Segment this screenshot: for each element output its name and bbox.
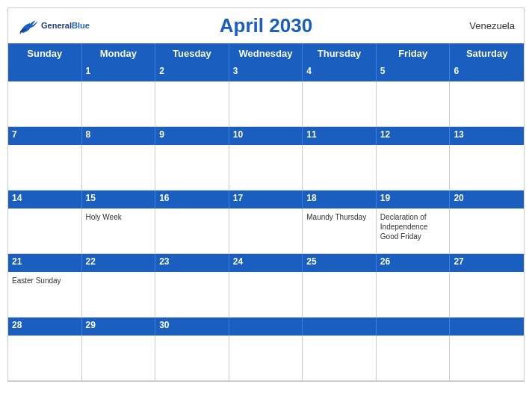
week-4-day-content-4	[303, 336, 377, 380]
logo-text: GeneralBlue	[41, 21, 90, 30]
day-header-friday: Friday	[377, 43, 451, 64]
week-3-day-content-1	[82, 272, 156, 317]
week-4-day-num-6	[450, 318, 524, 336]
day-headers-row: SundayMondayTuesdayWednesdayThursdayFrid…	[8, 43, 524, 64]
week-0-day-num-2: 2	[155, 64, 229, 81]
week-4-day-content-2	[155, 336, 229, 380]
week-2-day-content-5: Declaration of Independence Good Friday	[377, 208, 451, 253]
week-3-day-content-3	[229, 272, 303, 317]
week-2-day-num-4: 18	[303, 191, 377, 208]
week-4-day-num-0: 28	[8, 318, 82, 336]
week-header-row-3: 21222324252627	[8, 254, 524, 272]
logo: GeneralBlue	[17, 18, 90, 34]
day-header-wednesday: Wednesday	[229, 43, 303, 64]
week-4-day-num-2: 30	[155, 318, 229, 336]
week-1-day-num-3: 10	[229, 127, 303, 145]
country-label: Venezuela	[469, 20, 515, 31]
week-0-day-num-3: 3	[229, 64, 303, 81]
week-2-day-num-2: 16	[155, 191, 229, 208]
week-2-day-content-1: Holy Week	[82, 208, 156, 253]
week-3-day-content-4	[303, 272, 377, 317]
week-1-day-content-2	[155, 145, 229, 190]
week-3-day-num-6: 27	[450, 254, 524, 272]
week-1-day-content-0	[8, 145, 82, 190]
week-3-day-num-1: 22	[82, 254, 156, 272]
week-1-day-content-1	[82, 145, 156, 190]
week-header-row-1: 78910111213	[8, 127, 524, 145]
week-3-day-content-5	[377, 272, 451, 317]
week-2-day-content-4: Maundy Thursday	[303, 208, 377, 253]
calendar-header: GeneralBlue April 2030 Venezuela	[8, 8, 524, 43]
week-3-day-content-6	[450, 272, 524, 317]
week-4-day-content-1	[82, 336, 156, 380]
week-1-day-content-5	[377, 145, 451, 190]
week-header-row-4: 282930	[8, 318, 524, 336]
week-2-day-content-2	[155, 208, 229, 253]
week-0-day-num-6: 6	[450, 64, 524, 81]
week-2-day-content-3	[229, 208, 303, 253]
week-4-day-content-3	[229, 336, 303, 380]
week-1-day-content-6	[450, 145, 524, 190]
week-3-day-num-0: 21	[8, 254, 82, 272]
week-1-day-num-5: 12	[377, 127, 451, 145]
day-header-tuesday: Tuesday	[155, 43, 229, 64]
week-1-day-content-4	[303, 145, 377, 190]
week-1-day-num-1: 8	[82, 127, 156, 145]
calendar-title: April 2030	[220, 14, 312, 37]
week-1-day-num-6: 13	[450, 127, 524, 145]
event-text: Maundy Thursday	[306, 212, 372, 222]
week-2-day-num-3: 17	[229, 191, 303, 208]
week-2-day-content-6	[450, 208, 524, 253]
week-header-row-0: 123456	[8, 64, 524, 81]
week-1-day-num-0: 7	[8, 127, 82, 145]
week-2-day-content-0	[8, 208, 82, 253]
week-0-day-num-4: 4	[303, 64, 377, 81]
week-0-day-content-1	[82, 81, 156, 126]
week-content-row-2: Holy WeekMaundy ThursdayDeclaration of I…	[8, 208, 524, 254]
week-0-day-content-4	[303, 81, 377, 126]
logo-bird-icon	[17, 18, 38, 34]
week-2-day-num-6: 20	[450, 191, 524, 208]
week-4-day-num-1: 29	[82, 318, 156, 336]
week-3-day-num-4: 25	[303, 254, 377, 272]
week-4-day-num-5	[377, 318, 451, 336]
week-1-day-num-2: 9	[155, 127, 229, 145]
week-2-day-num-0: 14	[8, 191, 82, 208]
week-2-day-num-1: 15	[82, 191, 156, 208]
week-content-row-4	[8, 336, 524, 381]
week-4-day-num-3	[229, 318, 303, 336]
week-2-day-num-5: 19	[377, 191, 451, 208]
week-3-day-num-2: 23	[155, 254, 229, 272]
week-0-day-content-3	[229, 81, 303, 126]
day-header-thursday: Thursday	[303, 43, 377, 64]
week-0-day-content-5	[377, 81, 451, 126]
week-0-day-content-6	[450, 81, 524, 126]
calendar-weeks: 1234567891011121314151617181920Holy Week…	[8, 64, 524, 381]
week-3-day-content-0: Easter Sunday	[8, 272, 82, 317]
event-text: Declaration of Independence Good Friday	[380, 212, 446, 241]
event-text: Easter Sunday	[12, 276, 78, 285]
week-3-day-num-5: 26	[377, 254, 451, 272]
week-3-day-content-2	[155, 272, 229, 317]
week-0-day-content-0	[8, 81, 82, 126]
week-3-day-num-3: 24	[229, 254, 303, 272]
day-header-saturday: Saturday	[450, 43, 524, 64]
week-content-row-1	[8, 145, 524, 191]
week-4-day-content-5	[377, 336, 451, 380]
week-0-day-content-2	[155, 81, 229, 126]
week-content-row-0	[8, 81, 524, 127]
week-4-day-content-0	[8, 336, 82, 380]
day-header-sunday: Sunday	[8, 43, 82, 64]
week-0-day-num-1: 1	[82, 64, 156, 81]
day-header-monday: Monday	[82, 43, 156, 64]
event-text: Holy Week	[86, 212, 152, 222]
week-4-day-num-4	[303, 318, 377, 336]
week-0-day-num-0	[8, 64, 82, 81]
calendar: GeneralBlue April 2030 Venezuela SundayM…	[7, 7, 525, 382]
week-header-row-2: 14151617181920	[8, 191, 524, 208]
week-0-day-num-5: 5	[377, 64, 451, 81]
week-4-day-content-6	[450, 336, 524, 380]
week-1-day-num-4: 11	[303, 127, 377, 145]
week-1-day-content-3	[229, 145, 303, 190]
week-content-row-3: Easter Sunday	[8, 272, 524, 318]
